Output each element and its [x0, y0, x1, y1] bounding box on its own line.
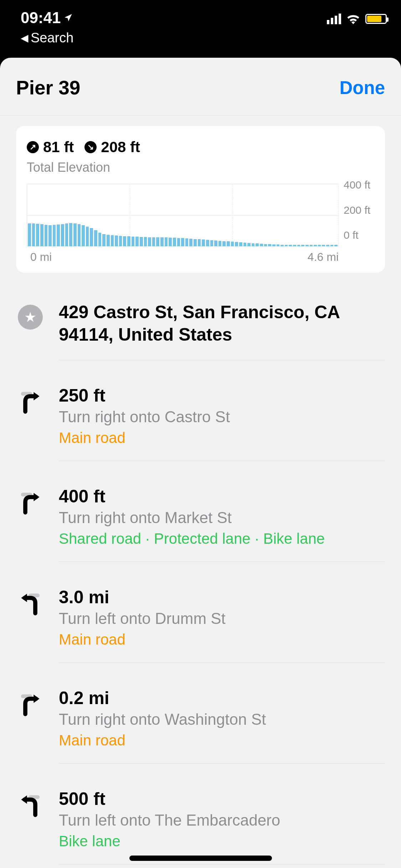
right-turn-icon: [16, 688, 45, 764]
status-time-text: 09:41: [21, 9, 61, 27]
step-tags: Shared road·Protected lane·Bike lane: [59, 530, 385, 547]
elevation-gain: ↗ 81 ft: [27, 139, 74, 156]
directions-list[interactable]: ★ 429 Castro St, San Francisco, CA 94114…: [0, 290, 401, 868]
step-instruction: Turn left onto The Embarcadero: [59, 811, 385, 829]
chevron-left-icon: ◀: [21, 32, 29, 44]
step-tags: Main road: [59, 429, 385, 446]
home-indicator: [129, 856, 272, 861]
battery-icon: [365, 14, 387, 24]
road-tag: Bike lane: [263, 530, 325, 547]
arrow-up-icon: ↗: [27, 141, 39, 153]
elevation-card: ↗ 81 ft ↘ 208 ft Total Elevation 400 ft …: [16, 126, 385, 273]
elevation-subtitle: Total Elevation: [27, 160, 374, 175]
step-distance: 250 ft: [59, 385, 385, 406]
chart-x-axis: 0 mi 4.6 mi: [27, 246, 374, 264]
elevation-gain-value: 81 ft: [43, 139, 74, 156]
step-tags: Main road: [59, 631, 385, 648]
status-bar: 09:41 ◀ Search: [0, 0, 401, 47]
back-to-search-button[interactable]: ◀ Search: [21, 30, 73, 46]
step-instruction: Turn right onto Market St: [59, 509, 385, 527]
road-tag: Main road: [59, 732, 125, 749]
road-tag: Main road: [59, 429, 125, 446]
direction-step[interactable]: 400 ftTurn right onto Market StShared ro…: [0, 475, 401, 576]
x-tick: 0 mi: [30, 250, 52, 264]
road-tag: Main road: [59, 631, 125, 648]
step-instruction: Turn right onto Washington St: [59, 711, 385, 728]
direction-step[interactable]: 250 ftTurn right onto Castro StMain road: [0, 374, 401, 475]
elevation-loss-value: 208 ft: [101, 139, 140, 156]
star-icon: ★: [18, 305, 43, 330]
x-tick: 4.6 mi: [308, 250, 339, 264]
step-distance: 400 ft: [59, 486, 385, 507]
y-tick: 200 ft: [344, 204, 374, 216]
step-tags: Bike lane: [59, 833, 385, 850]
chart-y-axis: 400 ft 200 ft 0 ft: [339, 179, 374, 241]
back-label: Search: [31, 30, 73, 46]
left-turn-icon: [16, 789, 45, 864]
arrow-down-icon: ↘: [84, 141, 97, 153]
direction-step[interactable]: 500 ftTurn left onto The EmbarcaderoBike…: [0, 778, 401, 868]
left-turn-icon: [16, 587, 45, 663]
road-tag: Shared road: [59, 530, 141, 547]
done-button[interactable]: Done: [340, 77, 385, 98]
step-instruction: Turn right onto Castro St: [59, 408, 385, 426]
step-distance: 500 ft: [59, 789, 385, 809]
sheet-header: Pier 39 Done: [0, 58, 401, 115]
road-tag: Bike lane: [59, 833, 120, 850]
location-arrow-icon: [64, 13, 73, 22]
elevation-chart: [27, 184, 339, 246]
destination-title: Pier 39: [16, 76, 80, 99]
direction-step[interactable]: 0.2 miTurn right onto Washington StMain …: [0, 677, 401, 778]
start-address: 429 Castro St, San Francisco, CA 94114, …: [59, 301, 385, 346]
y-tick: 400 ft: [344, 179, 374, 191]
wifi-icon: [346, 14, 360, 24]
start-row[interactable]: ★ 429 Castro St, San Francisco, CA 94114…: [0, 290, 401, 374]
right-turn-icon: [16, 385, 45, 461]
direction-step[interactable]: 3.0 miTurn left onto Drumm StMain road: [0, 576, 401, 677]
elevation-loss: ↘ 208 ft: [84, 139, 140, 156]
road-tag: Protected lane: [154, 530, 251, 547]
step-instruction: Turn left onto Drumm St: [59, 610, 385, 627]
status-time: 09:41: [21, 9, 73, 27]
directions-sheet: Pier 39 Done ↗ 81 ft ↘ 208 ft Total Elev…: [0, 58, 401, 868]
step-distance: 0.2 mi: [59, 688, 385, 708]
step-distance: 3.0 mi: [59, 587, 385, 608]
step-tags: Main road: [59, 732, 385, 749]
y-tick: 0 ft: [344, 229, 374, 241]
right-turn-icon: [16, 486, 45, 562]
cellular-signal-icon: [327, 14, 341, 24]
